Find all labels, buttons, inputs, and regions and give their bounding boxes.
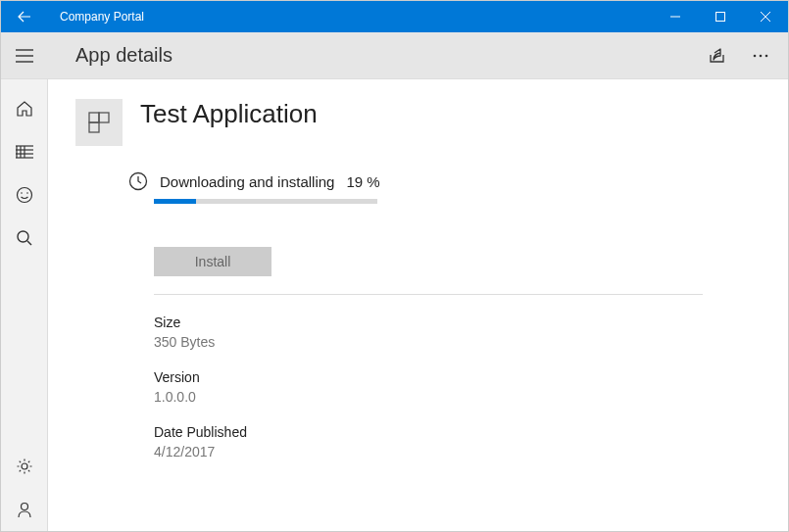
smiley-icon xyxy=(16,186,33,204)
sidebar-item-profile[interactable] xyxy=(1,488,48,531)
gear-icon xyxy=(16,458,33,475)
detail-published-value: 4/12/2017 xyxy=(154,444,761,459)
app-icon xyxy=(86,110,112,135)
clock-icon xyxy=(128,171,148,191)
sidebar-item-home[interactable] xyxy=(1,87,48,130)
detail-published-label: Date Published xyxy=(154,424,761,440)
back-arrow-icon xyxy=(17,9,32,24)
progress-bar xyxy=(154,199,377,204)
svg-point-23 xyxy=(22,504,28,510)
progress-fill xyxy=(154,199,196,204)
detail-size-value: 350 Bytes xyxy=(154,334,761,350)
command-bar: App details xyxy=(1,32,788,79)
search-icon xyxy=(16,229,33,247)
detail-version-label: Version xyxy=(154,369,761,385)
minimize-button[interactable] xyxy=(653,1,698,32)
titlebar: Company Portal xyxy=(1,1,788,32)
svg-point-18 xyxy=(21,192,23,194)
detail-published: Date Published 4/12/2017 xyxy=(154,424,761,459)
body: Test Application Downloading and install… xyxy=(1,79,788,531)
status-label: Downloading and installing xyxy=(160,173,334,190)
svg-rect-25 xyxy=(99,113,109,122)
app-header: Test Application xyxy=(75,99,761,146)
home-icon xyxy=(16,100,33,118)
window-controls xyxy=(653,1,788,32)
divider xyxy=(154,294,703,295)
svg-point-7 xyxy=(754,54,757,57)
list-icon xyxy=(16,144,33,160)
page-title: App details xyxy=(48,44,698,67)
window-title: Company Portal xyxy=(48,10,653,24)
sidebar-item-apps[interactable] xyxy=(1,130,48,173)
sidebar-item-search[interactable] xyxy=(1,217,48,260)
more-button[interactable] xyxy=(741,36,780,75)
svg-point-22 xyxy=(22,463,27,469)
share-button[interactable] xyxy=(698,36,737,75)
svg-point-8 xyxy=(760,54,763,57)
app-icon-tile xyxy=(75,99,123,146)
sidebar-item-settings[interactable] xyxy=(1,445,48,488)
sidebar xyxy=(1,79,48,531)
svg-line-21 xyxy=(27,241,31,245)
person-icon xyxy=(16,501,33,518)
hamburger-button[interactable] xyxy=(1,32,48,79)
maximize-icon xyxy=(715,12,725,22)
hamburger-icon xyxy=(16,49,33,63)
detail-version-value: 1.0.0.0 xyxy=(154,389,761,405)
detail-version: Version 1.0.0.0 xyxy=(154,369,761,405)
content: Test Application Downloading and install… xyxy=(48,79,788,531)
header-actions xyxy=(698,36,780,75)
svg-rect-26 xyxy=(89,122,99,132)
close-icon xyxy=(761,12,770,22)
more-icon xyxy=(753,54,768,58)
svg-point-20 xyxy=(18,231,28,242)
app-title: Test Application xyxy=(140,99,318,129)
svg-point-9 xyxy=(765,54,768,57)
sidebar-item-feedback[interactable] xyxy=(1,173,48,217)
minimize-icon xyxy=(670,12,680,22)
maximize-button[interactable] xyxy=(698,1,743,32)
svg-point-17 xyxy=(18,188,32,203)
share-icon xyxy=(708,47,727,65)
svg-point-19 xyxy=(26,192,28,194)
detail-size: Size 350 Bytes xyxy=(154,314,761,350)
detail-size-label: Size xyxy=(154,314,761,330)
svg-rect-1 xyxy=(716,13,725,22)
progress-percent: 19 % xyxy=(346,173,379,190)
back-button[interactable] xyxy=(1,1,48,32)
status-row: Downloading and installing 19 % xyxy=(128,171,761,191)
install-button[interactable]: Install xyxy=(154,247,271,276)
close-button[interactable] xyxy=(743,1,788,32)
svg-rect-24 xyxy=(89,113,99,122)
